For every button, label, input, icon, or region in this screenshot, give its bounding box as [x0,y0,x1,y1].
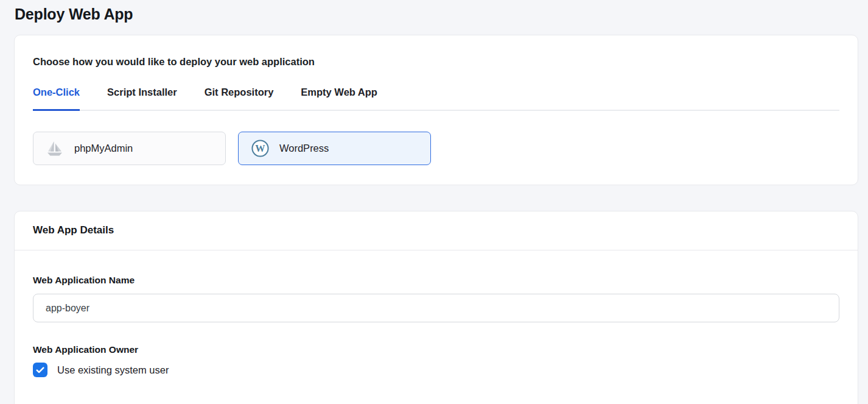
deploy-method-heading: Choose how you would like to deploy your… [33,56,839,68]
one-click-options: phpMyAdmin W WordPress [33,132,839,165]
wordpress-icon: W [251,140,269,158]
web-app-details-card: Web App Details Web Application Name Web… [14,211,858,404]
use-existing-system-user-row: Use existing system user [33,363,839,377]
deploy-method-card: Choose how you would like to deploy your… [14,35,858,185]
option-wordpress[interactable]: W WordPress [238,132,431,165]
option-phpmyadmin-label: phpMyAdmin [74,143,133,154]
use-existing-system-user-label[interactable]: Use existing system user [57,364,169,376]
web-application-name-input[interactable] [33,294,839,322]
web-application-owner-label: Web Application Owner [33,344,839,355]
web-app-details-title: Web App Details [15,211,858,250]
phpmyadmin-sailboat-icon [46,140,64,158]
option-wordpress-label: WordPress [279,143,329,154]
tab-one-click[interactable]: One-Click [33,87,80,110]
page-title: Deploy Web App [0,0,868,23]
tab-script-installer[interactable]: Script Installer [107,87,177,110]
checkmark-icon [36,367,44,374]
web-application-name-label: Web Application Name [33,275,839,286]
use-existing-system-user-checkbox[interactable] [33,363,47,377]
option-phpmyadmin[interactable]: phpMyAdmin [33,132,226,165]
tab-git-repository[interactable]: Git Repository [205,87,274,110]
svg-text:W: W [255,143,265,154]
tab-empty-web-app[interactable]: Empty Web App [301,87,377,110]
deploy-method-tabs: One-Click Script Installer Git Repositor… [33,87,839,111]
